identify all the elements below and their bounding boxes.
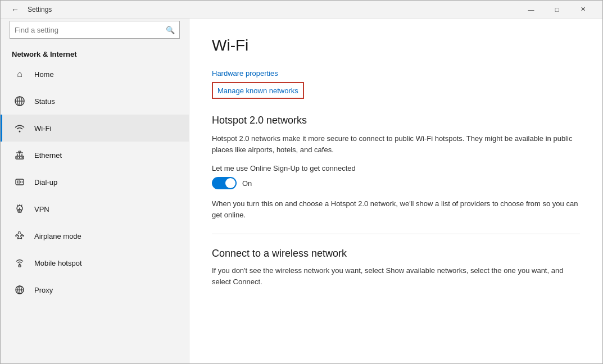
sidebar-item-mobilehotspot-label: Mobile hotspot [34,259,82,267]
sidebar-item-dialup[interactable]: Dial-up [1,169,189,195]
sidebar-item-airplane[interactable]: Airplane mode [1,222,189,249]
sidebar-item-vpn-label: VPN [34,205,49,213]
home-icon: ⌂ [12,66,28,82]
page-title: Wi-Fi [212,37,580,54]
connect-section-body: If you don't see the wireless network yo… [212,265,580,287]
settings-window: ← Settings — □ ✕ 🔍 Network & Internet ⌂ … [0,0,603,364]
search-box[interactable]: 🔍 [10,21,180,39]
sidebar-item-wifi[interactable]: Wi-Fi [1,115,189,142]
window-controls: — □ ✕ [518,1,596,19]
hotspot-section-description: Hotspot 2.0 networks make it more secure… [212,133,580,155]
sidebar-item-status[interactable]: Status [1,88,189,115]
proxy-icon [12,282,28,298]
manage-known-networks-link[interactable]: Manage known networks [217,87,298,95]
wifi-icon [12,120,28,136]
toggle-state-label: On [242,179,252,188]
toggle-row: On [212,177,580,189]
section-divider [212,234,580,234]
svg-point-22 [19,208,20,209]
sidebar-item-proxy[interactable]: Proxy [1,276,189,303]
sidebar-section-title: Network & Internet [1,46,189,61]
minimize-button[interactable]: — [518,1,544,19]
close-button[interactable]: ✕ [570,1,596,19]
sidebar: 🔍 Network & Internet ⌂ Home Statu [1,19,189,363]
hotspot-section-heading: Hotspot 2.0 networks [212,115,580,126]
search-icon: 🔍 [166,26,175,34]
sidebar-item-vpn[interactable]: VPN [1,195,189,222]
back-button[interactable]: ← [7,2,23,17]
sidebar-item-home[interactable]: ⌂ Home [1,61,189,88]
airplane-icon [12,228,28,244]
svg-rect-11 [17,157,18,158]
main-content: Wi-Fi Hardware properties Manage known n… [189,19,602,363]
content-area: 🔍 Network & Internet ⌂ Home Statu [1,19,602,363]
sidebar-item-mobilehotspot[interactable]: Mobile hotspot [1,249,189,276]
hardware-properties-link[interactable]: Hardware properties [212,69,278,78]
online-signup-toggle[interactable] [212,177,237,189]
svg-rect-13 [22,157,23,158]
sidebar-item-ethernet-label: Ethernet [34,151,62,160]
ethernet-icon [12,147,28,163]
hotspot-toggle-description: When you turn this on and choose a Hotsp… [212,198,580,220]
sidebar-item-ethernet[interactable]: Ethernet [1,142,189,169]
sidebar-item-airplane-label: Airplane mode [34,232,81,240]
manage-networks-box: Manage known networks [212,82,304,99]
titlebar: ← Settings — □ ✕ [1,1,602,19]
svg-rect-23 [19,265,21,267]
window-title: Settings [28,6,518,13]
dialup-icon [12,174,28,190]
sidebar-item-dialup-label: Dial-up [34,178,57,186]
maximize-button[interactable]: □ [544,1,570,19]
sidebar-item-wifi-label: Wi-Fi [34,124,51,133]
search-input[interactable] [15,26,166,34]
toggle-label: Let me use Online Sign-Up to get connect… [212,164,580,172]
sidebar-item-proxy-label: Proxy [34,286,53,294]
status-icon [12,93,28,109]
sidebar-item-home-label: Home [34,70,54,79]
sidebar-item-status-label: Status [34,97,55,106]
mobilehotspot-icon [12,255,28,271]
vpn-icon [12,201,28,217]
connect-section-heading: Connect to a wireless network [212,248,580,260]
svg-rect-12 [19,157,20,158]
